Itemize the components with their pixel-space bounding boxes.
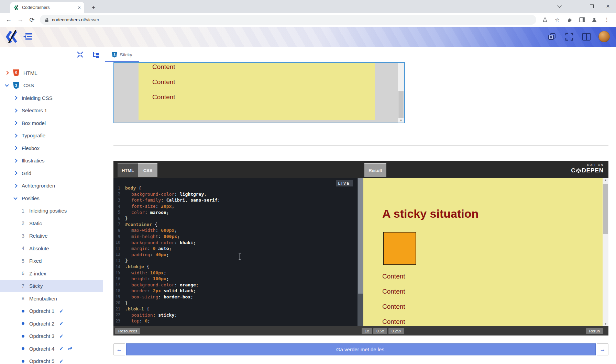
sidebar-item-css[interactable]: 3CSS <box>0 79 103 92</box>
code-line[interactable]: 6} <box>113 215 358 221</box>
codepen-tab-html[interactable]: HTML <box>118 163 138 177</box>
editor-scrollbar-thumb[interactable] <box>358 178 363 294</box>
side-panel-icon[interactable] <box>577 15 587 25</box>
code-line[interactable]: 13} <box>113 258 358 264</box>
sidebar-item-label: Fixed <box>29 258 42 264</box>
scroll-down-arrow-icon[interactable]: ▼ <box>398 119 404 122</box>
code-line[interactable]: 7#container { <box>113 221 358 228</box>
codepen-brand[interactable]: EDIT ON C DEPEN <box>571 163 604 174</box>
sidebar-item-grid[interactable]: Grid <box>0 167 103 180</box>
preview-scrollbar[interactable]: ▼ <box>398 63 404 123</box>
code-line[interactable]: 10background-color: khaki; <box>113 239 358 246</box>
result-scrollbar[interactable]: ▲ ▼ <box>603 178 608 326</box>
sidebar-item-typografie[interactable]: Typografie <box>0 129 103 142</box>
code-line[interactable]: 2background-color: lightgrey; <box>113 191 358 197</box>
sidebar-item-opdracht-5[interactable]: Opdracht 5✓ <box>0 355 103 364</box>
scroll-down-arrow-icon[interactable]: ▼ <box>603 322 608 326</box>
sidebar-item-inleiding-posities[interactable]: 1Inleiding posities <box>0 205 103 217</box>
code-line[interactable]: 3font-family: Calibri, sans-serif; <box>113 197 358 203</box>
code-line[interactable]: 1body { <box>113 185 358 191</box>
sidebar-item-box-model[interactable]: Box model <box>0 117 103 129</box>
scroll-up-arrow-icon[interactable]: ▲ <box>603 179 608 182</box>
codecrashers-logo[interactable] <box>6 30 20 45</box>
sidebar-item-opdracht-2[interactable]: Opdracht 2✓ <box>0 317 103 330</box>
sidebar-item-label: Relative <box>29 233 47 239</box>
result-scrollbar-thumb[interactable] <box>603 184 608 234</box>
code-line[interactable]: 9min-height: 800px; <box>113 234 358 240</box>
speed-button-1x[interactable]: 1x <box>362 328 372 334</box>
speed-button-0-5x[interactable]: 0.5x <box>373 328 387 334</box>
user-avatar[interactable] <box>598 31 610 42</box>
css3-icon: 3 <box>112 52 117 58</box>
share-icon[interactable] <box>540 15 550 25</box>
tab-close-icon[interactable]: × <box>78 5 81 10</box>
sidebar-item-html[interactable]: 5HTML <box>0 67 103 79</box>
close-windows-icon[interactable] <box>547 32 557 42</box>
speed-buttons: 1x0.5x0.25x <box>362 328 404 334</box>
sidebar-item-selectors-1[interactable]: Selectors 1 <box>0 104 103 117</box>
lesson-preview-frame[interactable]: ContentContentContent ▼ <box>113 62 405 123</box>
resources-button[interactable]: Resources <box>115 328 140 334</box>
sidebar-item-z-index[interactable]: 6Z-index <box>0 267 103 280</box>
code-line[interactable]: 15width: 100px; <box>113 270 358 276</box>
address-bar[interactable]: codecrashers.nl/viewer <box>40 15 536 25</box>
code-area: 1body {2background-color: lightgrey;3fon… <box>113 185 358 324</box>
extensions-puzzle-icon[interactable] <box>564 15 575 25</box>
code-line[interactable]: 17background-color: orange; <box>113 282 358 288</box>
code-line[interactable]: 22position: sticky; <box>113 312 358 318</box>
window-maximize-button[interactable] <box>584 0 600 13</box>
sidebar-item-opdracht-1[interactable]: Opdracht 1✓ <box>0 305 103 318</box>
code-line[interactable]: 8max-width: 600px; <box>113 227 358 234</box>
sidebar-item-menubalken[interactable]: 8Menubalken <box>0 292 103 305</box>
next-lesson-button[interactable]: → <box>597 343 608 355</box>
code-line[interactable]: 21.blok-1 { <box>113 306 358 312</box>
sidebar-item-flexbox[interactable]: Flexbox <box>0 142 103 155</box>
window-dropdown-icon[interactable] <box>551 0 568 13</box>
code-line[interactable]: 19box-sizing: border-box; <box>113 294 358 300</box>
code-line[interactable]: 20} <box>113 300 358 306</box>
sidebar-item-achtergronden[interactable]: Achtergronden <box>0 180 103 192</box>
sidebar-item-fixed[interactable]: 5Fixed <box>0 255 103 268</box>
code-line[interactable]: 14.blokje { <box>113 264 358 270</box>
code-line[interactable]: 5color: maroon; <box>113 209 358 215</box>
more-menu-icon[interactable]: ⋮ <box>602 15 612 25</box>
back-button[interactable]: ← <box>3 14 14 26</box>
preview-scrollbar-thumb[interactable] <box>398 91 404 118</box>
collapse-all-icon[interactable] <box>75 49 85 60</box>
code-line[interactable]: 4font-size: 20px; <box>113 203 358 209</box>
code-line[interactable]: 16height: 100px; <box>113 276 358 282</box>
profile-icon[interactable] <box>589 15 600 25</box>
split-view-icon[interactable] <box>581 32 592 42</box>
code-line[interactable]: 18border: 2px solid black; <box>113 288 358 294</box>
code-line[interactable]: 11margin: 0 auto; <box>113 246 358 252</box>
continue-lesson-button[interactable]: Ga verder met de les. <box>126 343 596 355</box>
collapse-menu-icon[interactable] <box>23 33 33 42</box>
browser-tab[interactable]: CodeCrashers × <box>10 2 84 13</box>
code-editor[interactable]: LIVE 1body {2background-color: lightgrey… <box>113 178 358 326</box>
window-close-button[interactable]: × <box>600 0 616 13</box>
previous-lesson-button[interactable]: ← <box>113 343 125 355</box>
sidebar-item-absolute[interactable]: 4Absolute <box>0 242 103 255</box>
rerun-button[interactable]: Rerun <box>586 328 603 334</box>
sidebar-item-opdracht-3[interactable]: Opdracht 3✓ <box>0 330 103 343</box>
code-line[interactable]: 12padding: 40px; <box>113 252 358 258</box>
editor-scrollbar[interactable] <box>358 178 363 326</box>
reload-button[interactable]: ⟳ <box>26 14 38 26</box>
code-line[interactable]: 23top: 0; <box>113 318 358 324</box>
codepen-tab-css[interactable]: CSS <box>138 163 157 177</box>
sidebar-item-sticky[interactable]: 7Sticky <box>0 280 103 293</box>
sidebar-item-relative[interactable]: 3Relative <box>0 230 103 242</box>
sidebar-item-inleiding-css[interactable]: Inleiding CSS <box>0 92 103 104</box>
bookmark-star-icon[interactable]: ☆ <box>552 15 562 25</box>
speed-button-0-25x[interactable]: 0.25x <box>388 328 404 334</box>
tree-structure-icon[interactable] <box>91 49 101 60</box>
new-tab-button[interactable]: + <box>89 3 98 12</box>
sidebar-item-posities[interactable]: Posities <box>0 192 103 205</box>
sidebar-item-opdracht-4[interactable]: Opdracht 4✓ <box>0 342 103 355</box>
fullscreen-icon[interactable] <box>564 32 574 42</box>
sidebar-item-illustraties[interactable]: Illustraties <box>0 155 103 167</box>
sidebar-item-static[interactable]: 2Static <box>0 217 103 230</box>
tab-sticky[interactable]: 3 Sticky <box>105 47 139 62</box>
codepen-tab-result[interactable]: Result <box>364 163 386 177</box>
window-minimize-button[interactable]: – <box>568 0 584 13</box>
